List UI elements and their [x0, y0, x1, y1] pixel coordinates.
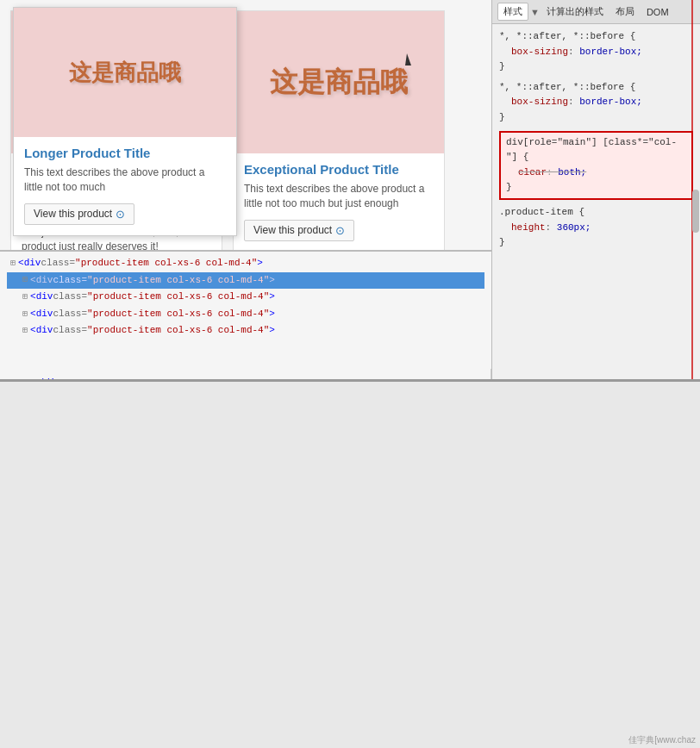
mouse-cursor [405, 53, 419, 71]
popup-view-button-label: View this product [34, 208, 112, 220]
css-panel-bottom: 样式 ▼ 计算出的样式 布局 DOM *, *::after, *::befor… [491, 0, 700, 369]
tab-styles-bottom[interactable]: 样式 [497, 3, 528, 21]
css-rule-b1: *, *::after, *::before { box-sizing: bor… [499, 29, 693, 75]
panel-divider [0, 379, 700, 382]
card-desc-1: This text describes the above product a … [244, 182, 434, 211]
css-panel-toolbar-bottom: 样式 ▼ 计算出的样式 布局 DOM [492, 0, 700, 24]
html-tree-bottom: ⊞ <div class="product-item col-xs-6 col-… [0, 252, 491, 343]
tree-row-b0[interactable]: ⊞ <div class="product-item col-xs-6 col-… [7, 255, 484, 272]
product-popup-card: 这是商品哦 Longer Product Title This text des… [13, 7, 237, 236]
view-arrow-icon-1: ⊙ [335, 224, 345, 237]
popup-card-title: Longer Product Title [24, 146, 226, 160]
css-rule-b3: .product-item { height: 360px; } [499, 205, 693, 251]
tab-layout-bottom[interactable]: 布局 [610, 3, 640, 20]
css-rules-bottom: *, *::after, *::before { box-sizing: bor… [492, 24, 700, 261]
view-button-1[interactable]: View this product ⊙ [244, 220, 354, 241]
popup-card-image: 这是商品哦 [14, 8, 236, 137]
tree-row-b2[interactable]: ⊞ <div class="product-item col-xs-6 col-… [7, 289, 484, 306]
card-image-1: 这是商品哦 [234, 11, 444, 153]
tab-computed-bottom[interactable]: 计算出的样式 [541, 3, 609, 20]
popup-image-text: 这是商品哦 [69, 58, 181, 88]
view-button-label-1: View this product [253, 224, 332, 236]
red-vertical-line-bottom [691, 0, 693, 369]
scrollbar-bottom[interactable] [692, 190, 699, 233]
watermark: 佳宇典[www.chaz [628, 734, 696, 746]
css-rule-b-highlighted: div[role="main"] [class*="col-"] { clear… [499, 131, 693, 200]
card-image-text-1: 这是商品哦 [270, 64, 408, 102]
popup-view-arrow-icon: ⊙ [116, 208, 125, 221]
devtools-html-bottom: ⊞ <div class="product-item col-xs-6 col-… [0, 250, 491, 369]
popup-card-desc: This text describes the above product a … [24, 165, 226, 195]
popup-card-body: Longer Product Title This text describes… [14, 137, 236, 235]
tree-row-b3[interactable]: ⊞ <div class="product-item col-xs-6 col-… [7, 306, 484, 323]
css-rule-b2: *, *::after, *::before { box-sizing: bor… [499, 80, 693, 126]
tree-row-b1[interactable]: ⊞ <div class="product-item col-xs-6 col-… [7, 272, 484, 290]
tab-dom-bottom[interactable]: DOM [641, 5, 674, 19]
card-title-1: Exceptional Product Title [244, 162, 434, 177]
card-body-1: Exceptional Product Title This text desc… [234, 153, 444, 252]
popup-view-button[interactable]: View this product ⊙ [24, 203, 134, 225]
tree-row-b4[interactable]: ⊞ <div class="product-item col-xs-6 col-… [7, 322, 484, 340]
